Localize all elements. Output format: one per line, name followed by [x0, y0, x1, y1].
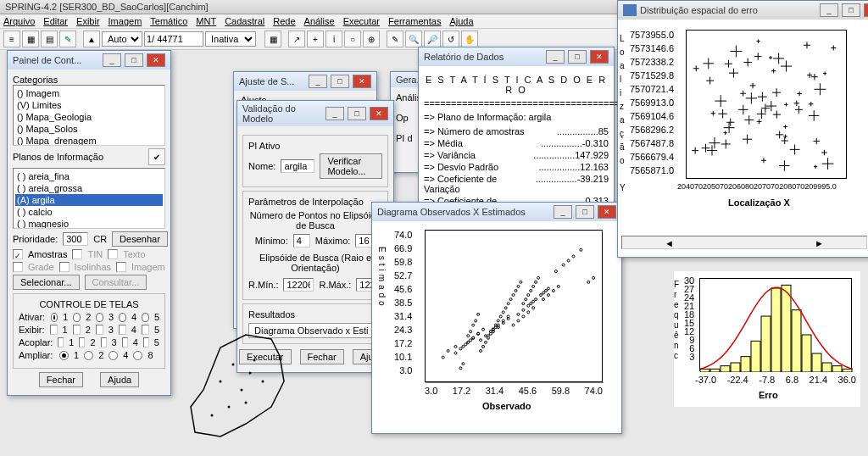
consultar-button[interactable]: Consultar...: [85, 275, 147, 290]
radio-5[interactable]: [142, 313, 149, 322]
svg-point-72: [497, 324, 499, 326]
verificar-button[interactable]: Verificar Modelo...: [320, 153, 382, 179]
check-icon[interactable]: ✔: [148, 148, 165, 165]
maximize-button[interactable]: □: [842, 3, 860, 17]
minimo-input[interactable]: [293, 234, 310, 247]
tool-icon[interactable]: ▦: [264, 31, 281, 47]
tool-icon[interactable]: 🔎: [424, 31, 441, 47]
radio-1[interactable]: [51, 313, 58, 322]
svg-point-33: [532, 285, 535, 287]
auto-select[interactable]: Auto: [102, 31, 142, 47]
list-item[interactable]: () Mapa_drenagem: [15, 135, 163, 146]
svg-point-23: [507, 303, 509, 305]
tool-icon[interactable]: ○: [344, 31, 361, 47]
svg-point-21: [502, 311, 504, 314]
tool-icon[interactable]: ↺: [442, 31, 459, 47]
minimize-button[interactable]: _: [309, 75, 327, 88]
svg-rect-212: [751, 341, 760, 372]
list-item[interactable]: (V) Limites: [15, 99, 163, 111]
maximize-button[interactable]: □: [125, 53, 143, 67]
tool-icon[interactable]: ✎: [387, 31, 403, 47]
minimize-button[interactable]: _: [820, 3, 838, 17]
svg-point-59: [454, 352, 457, 354]
tool-icon[interactable]: ▦: [22, 31, 39, 47]
list-item[interactable]: ( ) areia_grossa: [15, 182, 163, 194]
svg-point-44: [593, 276, 595, 279]
radio-4[interactable]: [119, 313, 126, 322]
svg-point-67: [530, 303, 532, 305]
menu-item[interactable]: Executar: [343, 16, 380, 26]
svg-point-61: [465, 343, 467, 346]
scatter-chart: [425, 230, 603, 382]
close-button[interactable]: ✕: [864, 3, 868, 17]
categorias-list[interactable]: () Imagem (V) Limites () Mapa_Geologia (…: [13, 85, 165, 146]
desenhar-button[interactable]: Desenhar: [112, 231, 168, 247]
pi-list[interactable]: ( ) areia_fina ( ) areia_grossa (A) argi…: [13, 168, 165, 229]
list-item[interactable]: () Imagem: [15, 87, 163, 99]
texto-check[interactable]: [108, 249, 118, 259]
maximize-button[interactable]: □: [331, 75, 349, 88]
minimize-button[interactable]: _: [103, 53, 121, 67]
list-item[interactable]: () Mapa_Geologia: [15, 111, 163, 123]
menu-item[interactable]: Editar: [43, 16, 68, 26]
close-button[interactable]: ✕: [147, 53, 165, 67]
list-item[interactable]: ( ) magnesio: [15, 218, 163, 229]
svg-point-82: [532, 300, 535, 303]
close-button[interactable]: ✕: [370, 107, 388, 120]
menu-item[interactable]: Temático: [150, 16, 187, 26]
menu-item[interactable]: Análise: [304, 16, 335, 26]
list-item[interactable]: ( ) calcio: [15, 206, 163, 218]
selecionar-button[interactable]: Selecionar...: [13, 275, 80, 290]
amostras-check[interactable]: [13, 249, 23, 259]
close-button[interactable]: ✕: [353, 75, 371, 88]
menu-item[interactable]: Arquivo: [3, 16, 35, 26]
menu-item[interactable]: Ajuda: [449, 16, 473, 26]
tool-icon[interactable]: 🔍: [405, 31, 422, 47]
list-item[interactable]: ( ) areia_fina: [15, 170, 163, 182]
tool-icon[interactable]: ▤: [41, 31, 58, 47]
menu-item[interactable]: Imagem: [108, 16, 142, 26]
list-item[interactable]: () Mapa_Solos: [15, 123, 163, 135]
maximize-button[interactable]: □: [576, 205, 594, 219]
tool-icon[interactable]: i: [326, 31, 342, 47]
svg-point-40: [567, 259, 570, 262]
svg-rect-221: [843, 369, 852, 372]
minimize-button[interactable]: _: [546, 50, 565, 64]
close-button[interactable]: ✕: [590, 50, 609, 64]
minimize-button[interactable]: _: [554, 205, 572, 219]
tool-icon[interactable]: ✋: [461, 31, 478, 47]
imagem-check[interactable]: [116, 262, 126, 272]
fechar-button[interactable]: Fechar: [39, 372, 83, 387]
menu-item[interactable]: MNT: [196, 16, 216, 26]
svg-point-86: [477, 332, 480, 335]
minimize-button[interactable]: _: [326, 107, 344, 120]
painel-controle-window: Painel de Cont... _ □ ✕ Categorias () Im…: [7, 50, 171, 396]
grade-check[interactable]: [13, 262, 23, 272]
isolinhas-check[interactable]: [59, 262, 70, 272]
nome-input[interactable]: [281, 159, 314, 173]
tool-icon[interactable]: ⊕: [363, 31, 380, 47]
svg-point-24: [509, 298, 512, 301]
menu-item[interactable]: Exibir: [76, 16, 100, 26]
tool-icon[interactable]: ≡: [3, 31, 20, 47]
tool-icon[interactable]: +: [307, 31, 324, 47]
close-button[interactable]: ✕: [598, 205, 616, 219]
scale-input[interactable]: [144, 31, 203, 47]
status-select[interactable]: Inativa: [205, 31, 256, 47]
maximize-button[interactable]: □: [568, 50, 587, 64]
menu-item[interactable]: Rede: [273, 16, 295, 26]
ajuda-button[interactable]: Ajuda: [100, 372, 139, 387]
svg-point-22: [504, 307, 507, 309]
menu-item[interactable]: Cadastral: [225, 16, 264, 26]
tool-icon[interactable]: ✎: [59, 31, 76, 47]
tool-icon[interactable]: ↗: [288, 31, 305, 47]
maximize-button[interactable]: □: [348, 107, 366, 120]
tool-icon[interactable]: ▲: [83, 31, 100, 47]
radio-2[interactable]: [73, 313, 81, 322]
rmin-input[interactable]: [283, 278, 314, 292]
radio-3[interactable]: [96, 313, 103, 322]
tin-check[interactable]: [72, 249, 82, 259]
list-item[interactable]: (A) argila: [15, 194, 163, 206]
menu-item[interactable]: Ferramentas: [388, 16, 441, 26]
prioridade-input[interactable]: [63, 232, 88, 246]
